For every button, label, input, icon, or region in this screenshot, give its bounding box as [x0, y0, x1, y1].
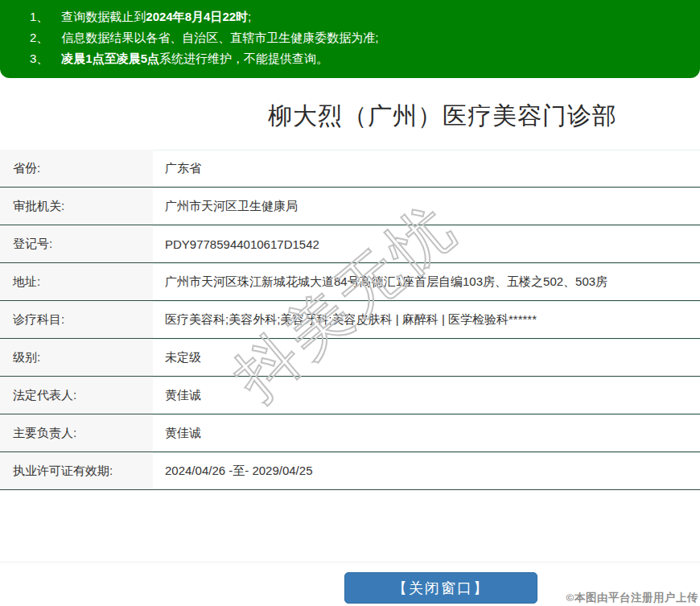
notice-banner: 1、 查询数据截止到2024年8月4日22时; 2、 信息数据结果以各省、自治区… [0, 0, 700, 78]
notice-text-pre: 查询数据截止到 [61, 10, 146, 23]
row-label: 法定代表人: [0, 377, 153, 414]
row-value: 广州市天河区珠江新城花城大道84号高德汇1座首层自编103房、五楼之502、50… [153, 263, 700, 300]
row-value: PDY97785944010617D1542 [153, 225, 700, 262]
close-window-button[interactable]: 【关闭窗口】 [344, 572, 537, 604]
upload-credit: ©本图由平台注册用户上传 [566, 591, 698, 605]
info-table: 省份: 广东省 审批机关: 广州市天河区卫生健康局 登记号: PDY977859… [0, 150, 700, 490]
table-row-legal-representative: 法定代表人: 黄佳诚 [0, 377, 700, 414]
table-row-approval-authority: 审批机关: 广州市天河区卫生健康局 [0, 188, 700, 225]
notice-number: 1、 [30, 6, 48, 27]
table-row-address: 地址: 广州市天河区珠江新城花城大道84号高德汇1座首层自编103房、五楼之50… [0, 263, 700, 301]
notice-text-bold: 2024年8月4日22时 [146, 10, 248, 23]
row-value: 未定级 [153, 339, 700, 376]
row-value: 医疗美容科;美容外科;美容牙科;美容皮肤科 | 麻醉科 | 医学检验科*****… [153, 301, 700, 338]
table-row-license-validity: 执业许可证有效期: 2024/04/26 -至- 2029/04/25 [0, 452, 700, 490]
notice-line-3: 3、 凌晨1点至凌晨5点系统进行维护，不能提供查询。 [0, 48, 700, 69]
row-value: 黄佳诚 [153, 377, 700, 414]
notice-text-bold: 凌晨1点至凌晨5点 [61, 52, 159, 65]
notice-text: 查询数据截止到2024年8月4日22时; [61, 6, 251, 27]
row-label: 地址: [0, 263, 153, 300]
row-label: 执业许可证有效期: [0, 452, 153, 489]
page-title: 柳大烈（广州）医疗美容门诊部 [185, 100, 700, 133]
notice-text-post: 系统进行维护，不能提供查询。 [159, 52, 328, 65]
row-value: 黄佳诚 [153, 414, 700, 451]
table-row-level: 级别: 未定级 [0, 339, 700, 377]
row-label: 登记号: [0, 225, 153, 262]
row-value: 广东省 [153, 150, 700, 187]
row-label: 主要负责人: [0, 414, 153, 451]
query-result-page: 1、 查询数据截止到2024年8月4日22时; 2、 信息数据结果以各省、自治区… [0, 0, 700, 606]
table-row-medical-subjects: 诊疗科目: 医疗美容科;美容外科;美容牙科;美容皮肤科 | 麻醉科 | 医学检验… [0, 301, 700, 339]
footer-divider [0, 562, 700, 563]
table-row-principal: 主要负责人: 黄佳诚 [0, 414, 700, 452]
row-label: 省份: [0, 150, 153, 187]
notice-text: 凌晨1点至凌晨5点系统进行维护，不能提供查询。 [61, 48, 328, 69]
row-label: 审批机关: [0, 188, 153, 225]
notice-line-1: 1、 查询数据截止到2024年8月4日22时; [0, 6, 700, 27]
notice-number: 3、 [30, 48, 48, 69]
notice-line-2: 2、 信息数据结果以各省、自治区、直辖市卫生健康委数据为准; [0, 27, 700, 48]
notice-text-pre: 信息数据结果以各省、自治区、直辖市卫生健康委数据为准; [61, 31, 378, 44]
table-row-province: 省份: 广东省 [0, 150, 700, 188]
notice-text: 信息数据结果以各省、自治区、直辖市卫生健康委数据为准; [61, 27, 378, 48]
table-row-registration-number: 登记号: PDY97785944010617D1542 [0, 225, 700, 263]
row-value: 2024/04/26 -至- 2029/04/25 [153, 452, 700, 489]
notice-number: 2、 [30, 27, 48, 48]
row-label: 诊疗科目: [0, 301, 153, 338]
row-label: 级别: [0, 339, 153, 376]
row-value: 广州市天河区卫生健康局 [153, 188, 700, 225]
notice-text-post: ; [248, 10, 251, 23]
